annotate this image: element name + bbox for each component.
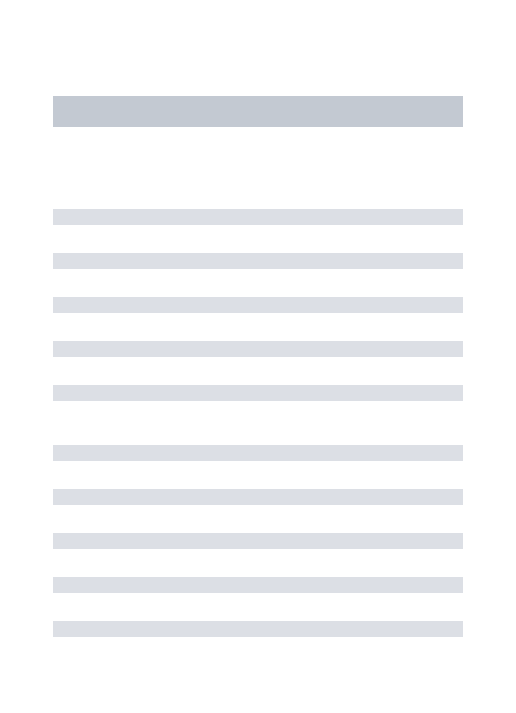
skeleton-line xyxy=(53,253,463,269)
skeleton-container xyxy=(0,0,516,637)
skeleton-line xyxy=(53,209,463,225)
skeleton-line xyxy=(53,489,463,505)
skeleton-line xyxy=(53,297,463,313)
skeleton-line xyxy=(53,577,463,593)
skeleton-section-1 xyxy=(53,209,463,401)
skeleton-line xyxy=(53,533,463,549)
skeleton-section-2 xyxy=(53,445,463,637)
skeleton-line xyxy=(53,621,463,637)
skeleton-header xyxy=(53,96,463,127)
skeleton-line xyxy=(53,445,463,461)
skeleton-line xyxy=(53,385,463,401)
skeleton-line xyxy=(53,341,463,357)
